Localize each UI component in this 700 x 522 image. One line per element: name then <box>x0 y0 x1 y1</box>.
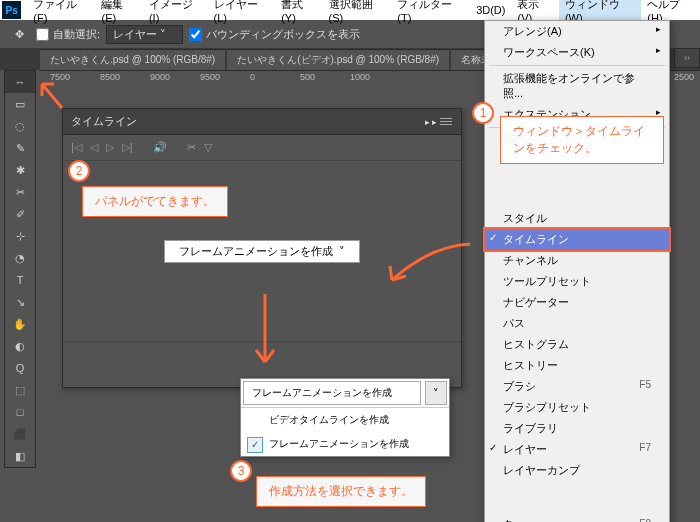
wm-toolpreset[interactable]: ツールプリセット <box>485 271 669 292</box>
wm-path[interactable]: パス <box>485 313 669 334</box>
shape-tool[interactable]: ◧ <box>5 445 35 467</box>
timeline-title: タイムライン <box>71 114 425 129</box>
wm-timeline[interactable]: タイムライン <box>485 229 669 250</box>
timeline-footer <box>63 341 461 367</box>
auto-select-label: 自動選択: <box>53 27 100 42</box>
eraser-tool[interactable]: ↘ <box>5 291 35 313</box>
ps-logo: Ps <box>2 1 21 19</box>
pen-tool[interactable]: ⬚ <box>5 379 35 401</box>
create-animation-button[interactable]: フレームアニメーションを作成 ˅ <box>164 240 360 263</box>
timeline-collapse-icon[interactable]: ▸▸ <box>425 117 439 127</box>
blur-tool[interactable]: ◐ <box>5 335 35 357</box>
wm-color[interactable]: 色F8 <box>485 515 669 522</box>
create-label: フレームアニメーションを作成 <box>179 244 333 259</box>
history-brush-tool[interactable]: T <box>5 269 35 291</box>
timeline-controls: |◁ ◁ ▷ ▷| 🔊 ✂ ▽ <box>63 135 461 161</box>
wm-channel[interactable]: チャンネル <box>485 250 669 271</box>
path-tool[interactable]: ⬛ <box>5 423 35 445</box>
wm-style[interactable]: スタイル <box>485 208 669 229</box>
menu-layer[interactable]: レイヤー(L) <box>208 0 276 26</box>
dd-option-frame[interactable]: フレームアニメーションを作成 <box>241 432 449 456</box>
tl-trans-icon[interactable]: ▽ <box>204 141 212 154</box>
marquee-tool[interactable]: ▭ <box>5 93 35 115</box>
auto-select-checkbox[interactable] <box>36 28 49 41</box>
wm-extensions-online[interactable]: 拡張機能をオンラインで参照... <box>485 68 669 104</box>
annotation-3[interactable]: 作成方法を選択できます。 <box>256 476 426 507</box>
wm-brushpreset[interactable]: ブラシプリセット <box>485 397 669 418</box>
tl-play-icon[interactable]: ▷ <box>106 141 114 154</box>
dd-option-video[interactable]: ビデオタイムラインを作成 <box>241 408 449 432</box>
move-tool-icon: ✥ <box>8 23 30 45</box>
type-tool[interactable]: □ <box>5 401 35 423</box>
tl-first-icon[interactable]: |◁ <box>71 141 82 154</box>
lasso-tool[interactable]: ◌ <box>5 115 35 137</box>
wm-workspace[interactable]: ワークスペース(K) <box>485 42 669 63</box>
annotation-1[interactable]: ウィンドウ＞タイムラインをチェック。 <box>500 116 664 164</box>
eyedropper-tool[interactable]: ✂ <box>5 181 35 203</box>
move-tool[interactable]: ↔ <box>5 71 35 93</box>
gradient-tool[interactable]: ✋ <box>5 313 35 335</box>
menu-filter[interactable]: フィルター(T) <box>391 0 470 26</box>
wand-tool[interactable]: ✎ <box>5 137 35 159</box>
layer-select[interactable]: レイヤー ˅ <box>106 25 183 44</box>
menu-image[interactable]: イメージ(I) <box>143 0 208 26</box>
menu-select[interactable]: 選択範囲(S) <box>323 0 392 26</box>
create-type-dropdown: フレームアニメーションを作成 ˅ ビデオタイムラインを作成 フレームアニメーショ… <box>240 378 450 457</box>
menubar: Ps ファイル(F) 編集(E) イメージ(I) レイヤー(L) 書式(Y) 選… <box>0 0 700 20</box>
wm-layercomp[interactable]: レイヤーカンプ <box>485 460 669 481</box>
timeline-flyout-icon[interactable] <box>439 118 453 125</box>
window-dropdown-menu: アレンジ(A) ワークスペース(K) 拡張機能をオンラインで参照... エクステ… <box>484 20 670 522</box>
bounding-check[interactable]: バウンディングボックスを表示 <box>189 27 360 42</box>
tl-next-icon[interactable]: ▷| <box>122 141 133 154</box>
tl-audio-icon[interactable]: 🔊 <box>153 141 167 154</box>
dd-current-label: フレームアニメーションを作成 <box>243 381 421 405</box>
wm-brush[interactable]: ブラシF5 <box>485 376 669 397</box>
wm-layer[interactable]: レイヤーF7 <box>485 439 669 460</box>
auto-select-check[interactable]: 自動選択: <box>36 27 100 42</box>
dd-toggle-button[interactable]: ˅ <box>425 381 447 405</box>
tab-doc2[interactable]: たいやきくん(ビデオ).psd @ 100% (RGB/8#) <box>227 49 449 70</box>
menu-type[interactable]: 書式(Y) <box>275 0 322 26</box>
annotation-number-3: 3 <box>230 460 252 482</box>
wm-arrange[interactable]: アレンジ(A) <box>485 21 669 42</box>
bounding-checkbox[interactable] <box>189 28 202 41</box>
menu-edit[interactable]: 編集(E) <box>95 0 142 26</box>
bounding-label: バウンディングボックスを表示 <box>206 27 360 42</box>
brush-tool[interactable]: ⊹ <box>5 225 35 247</box>
menu-3d[interactable]: 3D(D) <box>470 2 511 18</box>
annotation-2[interactable]: パネルがでてきます。 <box>82 186 228 217</box>
toolbox: ↔ ▭ ◌ ✎ ✱ ✂ ✐ ⊹ ◔ T ↘ ✋ ◐ Q ⬚ □ ⬛ ◧ <box>4 70 36 468</box>
dodge-tool[interactable]: Q <box>5 357 35 379</box>
wm-history[interactable]: ヒストリー <box>485 355 669 376</box>
annotation-number-2: 2 <box>68 160 90 182</box>
chevron-down-icon: ˅ <box>339 245 345 258</box>
timeline-panel: タイムライン ▸▸ |◁ ◁ ▷ ▷| 🔊 ✂ ▽ フレームアニメーションを作成… <box>62 108 462 388</box>
wm-histogram[interactable]: ヒストグラム <box>485 334 669 355</box>
stamp-tool[interactable]: ◔ <box>5 247 35 269</box>
tl-split-icon[interactable]: ✂ <box>187 141 196 154</box>
wm-library[interactable]: ライブラリ <box>485 418 669 439</box>
timeline-header[interactable]: タイムライン ▸▸ <box>63 109 461 135</box>
tl-prev-icon[interactable]: ◁ <box>90 141 98 154</box>
annotation-number-1: 1 <box>472 102 494 124</box>
panel-dock-hint[interactable]: ›› <box>674 48 700 68</box>
crop-tool[interactable]: ✱ <box>5 159 35 181</box>
menu-file[interactable]: ファイル(F) <box>27 0 95 26</box>
tab-doc1[interactable]: たいやきくん.psd @ 100% (RGB/8#) <box>40 49 225 70</box>
wm-navigator[interactable]: ナビゲーター <box>485 292 669 313</box>
heal-tool[interactable]: ✐ <box>5 203 35 225</box>
